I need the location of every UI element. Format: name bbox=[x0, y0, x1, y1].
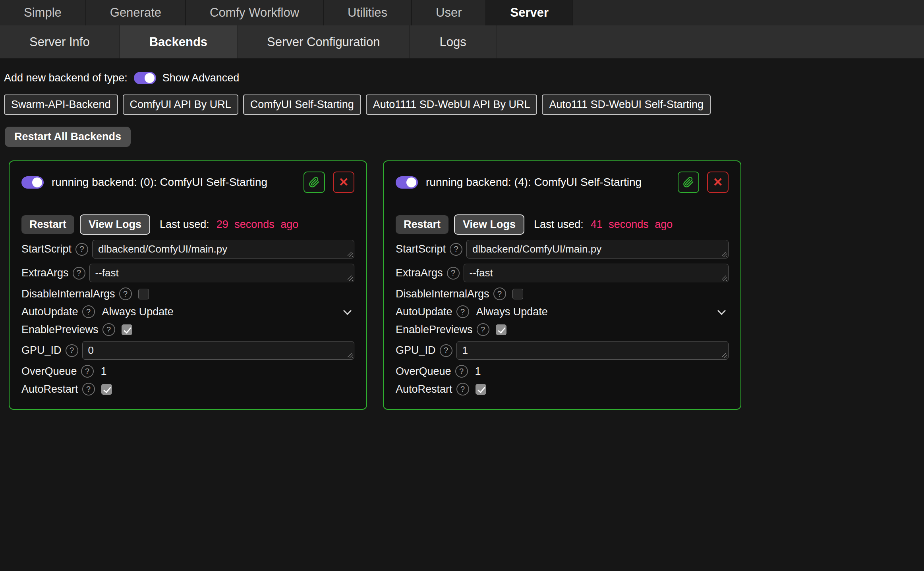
edit-backend-button[interactable] bbox=[678, 172, 699, 193]
last-used-value: 29 seconds ago bbox=[217, 218, 299, 231]
tab-server[interactable]: Server bbox=[486, 0, 573, 25]
autoupdate-label: AutoUpdate bbox=[396, 306, 452, 318]
gpu-id-input[interactable] bbox=[82, 341, 354, 360]
tab-generate[interactable]: Generate bbox=[86, 0, 186, 25]
backend-title: running backend: (4): ComfyUI Self-Start… bbox=[426, 176, 642, 189]
subtab-server-configuration[interactable]: Server Configuration bbox=[238, 25, 410, 58]
backend-cards: running backend: (0): ComfyUI Self-Start… bbox=[9, 160, 924, 410]
subtab-logs[interactable]: Logs bbox=[410, 25, 496, 58]
help-icon[interactable] bbox=[477, 323, 489, 336]
field-row-overqueue: OverQueue 1 bbox=[396, 365, 729, 378]
help-icon[interactable] bbox=[81, 365, 94, 378]
backend-type-swarm-api-button[interactable]: Swarm-API-Backend bbox=[4, 95, 118, 115]
view-logs-button[interactable]: View Logs bbox=[454, 214, 524, 235]
auto-update-select[interactable]: Always Update bbox=[102, 306, 174, 318]
help-icon[interactable] bbox=[456, 383, 469, 395]
help-icon[interactable] bbox=[75, 243, 88, 256]
extra-args-input[interactable] bbox=[464, 264, 729, 282]
backend-actions-row: Restart View Logs Last used: 29 seconds … bbox=[21, 214, 354, 235]
tab-utilities[interactable]: Utilities bbox=[324, 0, 412, 25]
help-icon[interactable] bbox=[456, 305, 469, 318]
extra-args-input[interactable] bbox=[89, 264, 354, 282]
close-icon: ✕ bbox=[713, 176, 723, 188]
disableinternalargs-label: DisableInternalArgs bbox=[21, 288, 115, 300]
extraargs-label: ExtraArgs bbox=[21, 267, 69, 279]
field-row-autorestart: AutoRestart bbox=[396, 383, 729, 395]
extraargs-label: ExtraArgs bbox=[396, 267, 443, 279]
backend-type-comfyui-api-url-button[interactable]: ComfyUI API By URL bbox=[123, 95, 238, 115]
auto-update-select[interactable]: Always Update bbox=[476, 306, 548, 318]
help-icon[interactable] bbox=[119, 287, 132, 300]
enable-previews-checkbox[interactable] bbox=[496, 324, 506, 335]
auto-restart-checkbox[interactable] bbox=[476, 384, 486, 395]
help-icon[interactable] bbox=[82, 305, 95, 318]
start-script-input[interactable] bbox=[92, 240, 354, 258]
overqueue-label: OverQueue bbox=[21, 365, 77, 378]
backend-enabled-toggle[interactable] bbox=[21, 176, 44, 189]
gpu-id-input[interactable] bbox=[456, 341, 729, 360]
enablepreviews-label: EnablePreviews bbox=[396, 324, 473, 336]
paperclip-icon bbox=[683, 177, 694, 188]
backend-card-1: running backend: (4): ComfyUI Self-Start… bbox=[383, 160, 741, 410]
restart-button[interactable]: Restart bbox=[396, 215, 448, 234]
help-icon[interactable] bbox=[493, 287, 506, 300]
field-row-disableinternalargs: DisableInternalArgs bbox=[21, 287, 354, 300]
autorestart-label: AutoRestart bbox=[21, 383, 78, 395]
toggle-knob bbox=[406, 177, 416, 187]
backend-type-auto1111-api-url-button[interactable]: Auto1111 SD-WebUI API By URL bbox=[366, 95, 537, 115]
auto-restart-checkbox[interactable] bbox=[101, 384, 112, 395]
edit-backend-button[interactable] bbox=[303, 172, 325, 193]
backend-type-row: Swarm-API-Backend ComfyUI API By URL Com… bbox=[3, 95, 924, 115]
restart-button[interactable]: Restart bbox=[21, 215, 74, 234]
field-row-extraargs: ExtraArgs bbox=[396, 264, 729, 282]
add-backend-row: Add new backend of type: Show Advanced bbox=[3, 72, 924, 84]
tab-comfy-workflow[interactable]: Comfy Workflow bbox=[186, 0, 324, 25]
delete-backend-button[interactable]: ✕ bbox=[707, 172, 729, 193]
last-used-label: Last used: bbox=[534, 218, 584, 231]
restart-all-backends-button[interactable]: Restart All Backends bbox=[5, 127, 131, 147]
gpuid-label: GPU_ID bbox=[21, 344, 62, 357]
close-icon: ✕ bbox=[338, 176, 348, 188]
autoupdate-label: AutoUpdate bbox=[21, 306, 78, 318]
subtab-server-info[interactable]: Server Info bbox=[0, 25, 120, 58]
paperclip-icon bbox=[309, 177, 320, 188]
field-row-overqueue: OverQueue 1 bbox=[21, 365, 354, 378]
tab-user[interactable]: User bbox=[412, 0, 486, 25]
main-nav: Simple Generate Comfy Workflow Utilities… bbox=[0, 0, 924, 25]
field-row-autoupdate: AutoUpdate Always Update bbox=[21, 305, 354, 318]
help-icon[interactable] bbox=[82, 383, 95, 395]
backend-card-header: running backend: (0): ComfyUI Self-Start… bbox=[21, 172, 354, 193]
show-advanced-toggle[interactable] bbox=[134, 72, 156, 84]
help-icon[interactable] bbox=[455, 365, 468, 378]
disable-internal-args-checkbox[interactable] bbox=[138, 289, 149, 299]
chevron-down-icon[interactable] bbox=[717, 307, 726, 315]
backend-type-comfyui-self-starting-button[interactable]: ComfyUI Self-Starting bbox=[243, 95, 361, 115]
help-icon[interactable] bbox=[66, 344, 78, 357]
backend-enabled-toggle[interactable] bbox=[396, 176, 418, 189]
autorestart-label: AutoRestart bbox=[396, 383, 452, 395]
subtab-backends[interactable]: Backends bbox=[120, 25, 238, 58]
backend-type-auto1111-self-starting-button[interactable]: Auto111 SD-WebUI Self-Starting bbox=[542, 95, 711, 115]
last-used-label: Last used: bbox=[160, 218, 209, 231]
help-icon[interactable] bbox=[450, 243, 462, 256]
field-row-disableinternalargs: DisableInternalArgs bbox=[396, 287, 729, 300]
help-icon[interactable] bbox=[102, 323, 115, 336]
tab-simple[interactable]: Simple bbox=[0, 0, 86, 25]
over-queue-value[interactable]: 1 bbox=[101, 365, 107, 378]
help-icon[interactable] bbox=[73, 267, 85, 280]
help-icon[interactable] bbox=[440, 344, 452, 357]
field-row-enablepreviews: EnablePreviews bbox=[21, 323, 354, 336]
backend-card-0: running backend: (0): ComfyUI Self-Start… bbox=[9, 160, 367, 410]
enable-previews-checkbox[interactable] bbox=[122, 324, 132, 335]
disable-internal-args-checkbox[interactable] bbox=[512, 289, 523, 299]
field-row-startscript: StartScript bbox=[396, 240, 729, 258]
over-queue-value[interactable]: 1 bbox=[475, 365, 481, 378]
field-row-autorestart: AutoRestart bbox=[21, 383, 354, 395]
delete-backend-button[interactable]: ✕ bbox=[333, 172, 354, 193]
server-subnav: Server Info Backends Server Configuratio… bbox=[0, 25, 924, 58]
help-icon[interactable] bbox=[447, 267, 460, 280]
chevron-down-icon[interactable] bbox=[343, 307, 352, 315]
start-script-input[interactable] bbox=[466, 240, 729, 258]
view-logs-button[interactable]: View Logs bbox=[80, 214, 150, 235]
field-row-extraargs: ExtraArgs bbox=[21, 264, 354, 282]
